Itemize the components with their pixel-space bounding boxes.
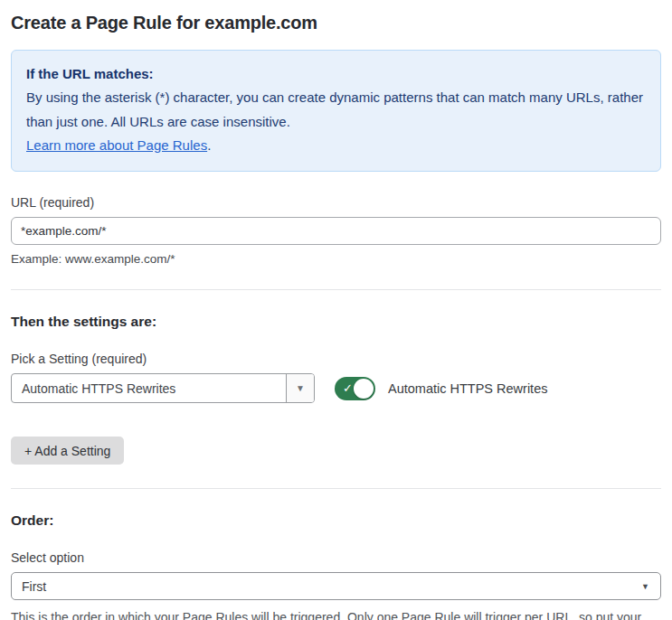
url-input[interactable]	[11, 217, 661, 245]
setting-row: Automatic HTTPS Rewrites ▼ ✓ Automatic H…	[11, 373, 661, 403]
info-box-heading: If the URL matches:	[26, 62, 646, 86]
divider	[11, 289, 661, 290]
order-select-value: First	[22, 579, 46, 594]
https-rewrites-toggle[interactable]: ✓	[335, 377, 375, 400]
add-setting-button[interactable]: + Add a Setting	[11, 437, 124, 465]
order-select-label: Select option	[11, 550, 661, 565]
info-box-link-line: Learn more about Page Rules.	[26, 134, 646, 157]
check-icon: ✓	[343, 382, 353, 394]
pick-setting-label: Pick a Setting (required)	[11, 352, 661, 366]
order-select[interactable]: First ▼	[11, 572, 661, 600]
settings-section-heading: Then the settings are:	[11, 314, 661, 330]
divider	[11, 488, 661, 489]
caret-down-icon: ▼	[641, 582, 649, 591]
caret-down-icon: ▼	[296, 383, 305, 393]
url-field-label: URL (required)	[11, 195, 661, 210]
page-title: Create a Page Rule for example.com	[11, 13, 661, 33]
url-matches-info-box: If the URL matches: By using the asteris…	[11, 50, 661, 172]
toggle-label: Automatic HTTPS Rewrites	[388, 381, 547, 396]
info-box-body: By using the asterisk (*) character, you…	[26, 86, 646, 134]
url-field-helper: Example: www.example.com/*	[11, 252, 661, 266]
order-helper-text: This is the order in which your Page Rul…	[11, 607, 661, 620]
toggle-knob	[354, 379, 374, 399]
setting-select-arrow-button[interactable]: ▼	[286, 374, 314, 402]
link-suffix: .	[207, 137, 211, 153]
setting-select[interactable]: Automatic HTTPS Rewrites ▼	[11, 373, 315, 403]
learn-more-link[interactable]: Learn more about Page Rules	[26, 137, 207, 153]
order-section-heading: Order:	[11, 512, 661, 529]
setting-select-value: Automatic HTTPS Rewrites	[12, 374, 286, 402]
